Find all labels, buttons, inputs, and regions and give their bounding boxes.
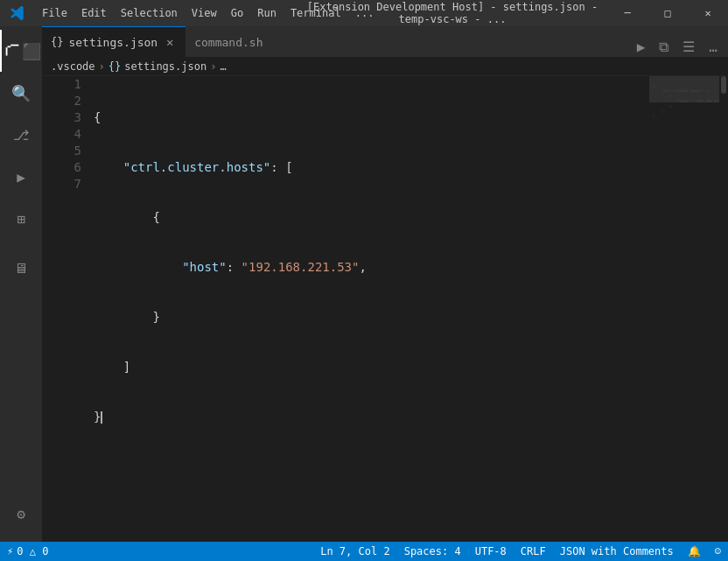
notifications-icon: 🔔 <box>688 545 701 557</box>
status-spaces[interactable]: Spaces: 4 <box>397 542 468 561</box>
menu-view[interactable]: View <box>185 0 224 26</box>
menu-selection[interactable]: Selection <box>114 0 185 26</box>
vertical-scrollbar[interactable] <box>719 76 728 542</box>
close-button[interactable]: ✕ <box>688 0 728 26</box>
status-errors-warnings: 0 △ 0 <box>17 545 48 557</box>
status-bar-right: Ln 7, Col 2 Spaces: 4 UTF-8 CRLF JSON wi… <box>313 542 728 561</box>
remote-icon: ⚡ <box>7 545 13 557</box>
tab-command-sh-label: command.sh <box>194 36 262 49</box>
minimap-content: { "ctrl.cluster.hosts": [ { "host": "192… <box>649 76 719 127</box>
code-line-4: "host": "192.168.221.53", <box>90 259 649 276</box>
activity-bar: ⬛ 🔍 ⎇ ▶ ⊞ 🖥 ⚙ <box>0 26 42 542</box>
code-line-7: } <box>90 409 649 425</box>
menu-run[interactable]: Run <box>250 0 284 26</box>
tab-bar-actions: ▶ ⧉ ☰ … <box>626 37 728 57</box>
tab-settings-json-label: settings.json <box>68 36 158 49</box>
title-bar: File Edit Selection View Go Run Terminal… <box>0 0 728 26</box>
spaces-label: Spaces: 4 <box>404 545 461 557</box>
minimap[interactable]: { "ctrl.cluster.hosts": [ { "host": "192… <box>649 76 719 542</box>
activity-remote[interactable]: 🖥 <box>0 247 42 289</box>
status-bar-left: ⚡ 0 △ 0 <box>0 542 55 561</box>
language-label: JSON with Comments <box>560 545 674 557</box>
activity-extensions[interactable]: ⊞ <box>0 198 42 240</box>
breadcrumb-ellipsis[interactable]: … <box>220 60 226 73</box>
scrollbar-track[interactable] <box>719 76 728 542</box>
menu-edit[interactable]: Edit <box>74 0 114 26</box>
minimize-button[interactable]: ─ <box>607 0 648 26</box>
main-layout: ⬛ 🔍 ⎇ ▶ ⊞ 🖥 ⚙ {} settings.json <box>0 26 728 542</box>
activity-run[interactable]: ▶ <box>0 156 42 198</box>
activity-explorer[interactable]: ⬛ <box>0 30 42 72</box>
activity-settings[interactable]: ⚙ <box>0 493 42 535</box>
line-numbers: 1 2 3 4 5 6 7 <box>42 76 90 542</box>
status-notifications[interactable]: 🔔 <box>681 542 708 561</box>
activity-search[interactable]: 🔍 <box>0 72 42 114</box>
maximize-button[interactable]: □ <box>648 0 688 26</box>
code-line-6: ] <box>90 359 649 375</box>
tab-bar: {} settings.json ✕ command.sh ▶ ⧉ ☰ … <box>42 26 728 57</box>
encoding-label: UTF-8 <box>475 545 507 557</box>
menu-file[interactable]: File <box>35 0 74 26</box>
editor-content: 1 2 3 4 5 6 7 { "ctrl.cluster.hosts": [ … <box>42 76 728 542</box>
feedback-icon: ☺ <box>715 545 721 557</box>
breadcrumb-vscode[interactable]: .vscode <box>51 60 95 73</box>
code-line-5: } <box>90 309 649 326</box>
activity-bar-bottom: ⚙ <box>0 493 42 542</box>
breadcrumb: .vscode › {} settings.json › … <box>42 57 728 76</box>
status-remote[interactable]: ⚡ 0 △ 0 <box>0 542 55 561</box>
tab-settings-json-close[interactable]: ✕ <box>163 35 177 49</box>
tab-settings-json[interactable]: {} settings.json ✕ <box>42 26 186 57</box>
breadcrumb-settings[interactable]: {} settings.json <box>108 60 206 73</box>
breadcrumb-sep-2: › <box>210 60 216 73</box>
text-cursor <box>101 411 102 424</box>
code-editor[interactable]: { "ctrl.cluster.hosts": [ { "host": "192… <box>90 76 649 542</box>
code-line-2: "ctrl.cluster.hosts": [ <box>90 159 649 176</box>
vscode-logo <box>0 0 35 26</box>
window-controls: ─ □ ✕ <box>607 0 728 26</box>
status-eol[interactable]: CRLF <box>514 542 553 561</box>
editor-area: {} settings.json ✕ command.sh ▶ ⧉ ☰ … .v… <box>42 26 728 542</box>
eol-label: CRLF <box>521 545 546 557</box>
status-encoding[interactable]: UTF-8 <box>468 542 514 561</box>
more-actions-button[interactable]: … <box>705 37 721 57</box>
window-title: [Extension Development Host] - settings.… <box>298 1 607 25</box>
menu-go[interactable]: Go <box>224 0 250 26</box>
status-language[interactable]: JSON with Comments <box>553 542 681 561</box>
scrollbar-thumb[interactable] <box>721 76 726 94</box>
settings-json-icon: {} <box>51 36 63 48</box>
toggle-panel-button[interactable]: ☰ <box>679 37 698 57</box>
position-label: Ln 7, Col 2 <box>320 545 389 557</box>
breadcrumb-sep-1: › <box>99 60 105 73</box>
code-line-3: { <box>90 209 649 226</box>
code-line-1: { <box>90 109 649 126</box>
title-bar-left: File Edit Selection View Go Run Terminal… <box>0 0 298 26</box>
activity-scm[interactable]: ⎇ <box>0 114 42 156</box>
status-feedback[interactable]: ☺ <box>708 542 728 561</box>
tab-command-sh[interactable]: command.sh <box>186 26 271 57</box>
run-file-button[interactable]: ▶ <box>634 37 649 57</box>
status-bar: ⚡ 0 △ 0 Ln 7, Col 2 Spaces: 4 UTF-8 CRLF… <box>0 542 728 561</box>
status-position[interactable]: Ln 7, Col 2 <box>313 542 396 561</box>
split-editor-button[interactable]: ⧉ <box>655 37 672 57</box>
